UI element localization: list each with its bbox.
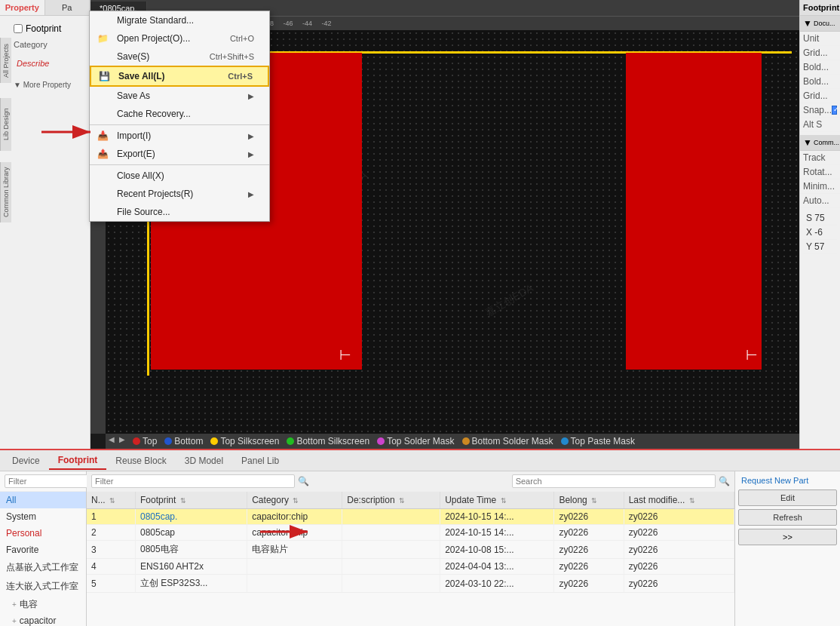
table-filter-input[interactable]: [91, 474, 295, 488]
menu-recent-projects[interactable]: Recent Projects(R) ▶: [90, 185, 269, 203]
menu-open-project-label: Open Project(O)...: [117, 33, 190, 44]
menu-file-source[interactable]: File Source...: [90, 203, 269, 221]
menu-save-as[interactable]: Save As ▶: [90, 87, 269, 105]
menu-cache-recovery[interactable]: Cache Recovery...: [90, 105, 269, 123]
cell-description: [342, 525, 440, 541]
category-label: Category: [14, 40, 48, 49]
chevron-btn[interactable]: >>: [738, 529, 837, 545]
cell-last-modified: zy0226: [624, 559, 734, 575]
th-belong[interactable]: Belong ⇅: [554, 492, 624, 509]
btab-3d-model[interactable]: 3D Model: [176, 453, 232, 469]
btab-footprint[interactable]: Footprint: [49, 452, 107, 470]
layer-bar-scroll-left[interactable]: ◀: [109, 435, 118, 447]
menu-cache-recovery-label: Cache Recovery...: [117, 109, 191, 119]
table-row[interactable]: 4 ENS160 AHT2x 2024-04-04 13:... zy0226 …: [87, 559, 734, 575]
table-row[interactable]: 3 0805电容 电容贴片 2024-10-08 15:... zy0226 z…: [87, 541, 734, 559]
cell-category: capacitor:chip: [247, 509, 342, 525]
table-filter-search-icon[interactable]: 🔍: [298, 476, 309, 486]
btab-panel-lib[interactable]: Panel Lib: [232, 453, 288, 469]
prop-alt-s-label: Alt S: [803, 119, 822, 130]
th-last-modified[interactable]: Last modifie... ⇅: [624, 492, 734, 509]
cell-n: 2: [87, 525, 135, 541]
separator-1: [90, 124, 269, 125]
cell-n: 1: [87, 509, 135, 525]
save-icon: 💾: [97, 71, 111, 81]
th-description[interactable]: De:scription ⇅: [342, 492, 440, 509]
filter-all[interactable]: All: [0, 492, 86, 508]
menu-migrate-standard[interactable]: Migrate Standard...: [90, 11, 269, 29]
cell-description: [342, 541, 440, 559]
cell-n: 5: [87, 575, 135, 593]
filter-personal[interactable]: Personal: [0, 525, 86, 542]
table-row[interactable]: 1 0805cap. capacitor:chip 2024-10-15 14:…: [87, 509, 734, 525]
prop-minim-label: Minim...: [803, 181, 835, 192]
tree-capacitor[interactable]: + capacitor: [0, 613, 86, 626]
cell-description: [342, 509, 440, 525]
prop-grid1: Grid...: [800, 46, 840, 60]
cell-last-modified: zy0226: [624, 575, 734, 593]
layer-top[interactable]: Top: [130, 435, 160, 447]
layer-bottom-solder-mask[interactable]: Bottom Solder Mask: [459, 435, 556, 447]
th-category[interactable]: Category ⇅: [247, 492, 342, 509]
section-comm-header[interactable]: ▼ Comm...: [800, 135, 840, 151]
table-row[interactable]: 5 立创 ESP32S3... 2024-03-10 22:... zy0226…: [87, 575, 734, 593]
table-search-input[interactable]: [512, 474, 716, 488]
prop-bold2: Bold...: [800, 75, 840, 89]
tree-diandz-plus: +: [12, 600, 17, 609]
filter-workspace1[interactable]: 点基嵌入式工作室: [0, 558, 86, 577]
filter-panel: 🔍 All System Personal Favorite 点基嵌入式工作室 …: [0, 471, 87, 626]
menu-close-all[interactable]: Close All(X): [90, 167, 269, 185]
prop-snap-label: Snap...: [803, 105, 832, 115]
th-n[interactable]: N... ⇅: [87, 492, 135, 509]
cell-belong: zy0226: [554, 559, 624, 575]
coord-y: Y 57: [803, 240, 837, 254]
menu-save[interactable]: Save(S) Ctrl+Shift+S: [90, 48, 269, 66]
snap-checkbox[interactable]: [832, 106, 837, 115]
menu-open-project[interactable]: 📁 Open Project(O)... Ctrl+O: [90, 29, 269, 48]
tree-capacitor-plus: +: [12, 617, 17, 625]
cell-update-time: 2024-04-04 13:...: [440, 559, 554, 575]
coord-s-label: S 75: [806, 213, 825, 223]
layer-top-solder-mask[interactable]: Top Solder Mask: [374, 435, 457, 447]
filter-system[interactable]: System: [0, 508, 86, 525]
layer-bar-scroll-right[interactable]: ▶: [119, 435, 128, 447]
layer-top-paste-mask[interactable]: Top Paste Mask: [558, 435, 638, 447]
section-comm-arrow: ▼: [803, 137, 812, 148]
filter-workspace2[interactable]: 连大嵌入式工作室: [0, 577, 86, 596]
menu-export[interactable]: 📤 Export(E) ▶: [90, 145, 269, 163]
prop-auto: Auto...: [800, 194, 840, 208]
th-update-time[interactable]: Update Time ⇅: [440, 492, 554, 509]
table-panel: 🔍 🔍 N... ⇅ Footprint ⇅ Category ⇅ De:scr…: [87, 471, 734, 626]
table-row[interactable]: 2 0805cap capacitor:chip 2024-10-15 14:.…: [87, 525, 734, 541]
edit-btn[interactable]: Edit: [738, 489, 837, 506]
recent-projects-arrow-icon: ▶: [248, 190, 254, 198]
layer-bottom[interactable]: Bottom: [161, 435, 206, 447]
layer-bottom-silkscreen[interactable]: Bottom Silkscreen: [284, 435, 372, 447]
layer-top-silkscreen-label: Top Silkscreen: [220, 436, 279, 446]
component-symbol-left: ⊢: [339, 347, 351, 364]
footprint-link[interactable]: 0805cap.: [140, 511, 177, 522]
more-property-label: ▼: [14, 81, 23, 89]
request-new-part-btn[interactable]: Request New Part: [738, 474, 837, 486]
filter-favorite[interactable]: Favorite: [0, 542, 86, 558]
menu-save-shortcut: Ctrl+Shift+S: [210, 52, 254, 61]
prop-snap: Snap...: [800, 103, 840, 118]
menu-import[interactable]: 📥 Import(I) ▶: [90, 127, 269, 145]
layer-top-silkscreen[interactable]: Top Silkscreen: [207, 435, 282, 447]
footprint-checkbox[interactable]: [14, 24, 23, 33]
tab-property[interactable]: Property: [0, 0, 45, 15]
btab-device[interactable]: Device: [3, 453, 49, 469]
btab-reuse-block[interactable]: Reuse Block: [106, 453, 175, 469]
th-footprint[interactable]: Footprint ⇅: [135, 492, 247, 509]
layer-bottom-dot: [164, 437, 172, 445]
separator-2: [90, 164, 269, 165]
tree-diandz[interactable]: + 电容: [0, 596, 86, 613]
refresh-btn[interactable]: Refresh: [738, 509, 837, 526]
menu-save-all[interactable]: 💾 Save All(L) Ctrl+S: [90, 66, 269, 87]
coords-section: S 75 X -6 Y 57: [800, 208, 840, 257]
tab-pa[interactable]: Pa: [45, 0, 90, 15]
section-docu-arrow: ▼: [803, 18, 812, 29]
import-icon: 📥: [96, 130, 109, 141]
section-docu-header[interactable]: ▼ Docu...: [800, 16, 840, 32]
table-search-icon[interactable]: 🔍: [719, 476, 730, 486]
